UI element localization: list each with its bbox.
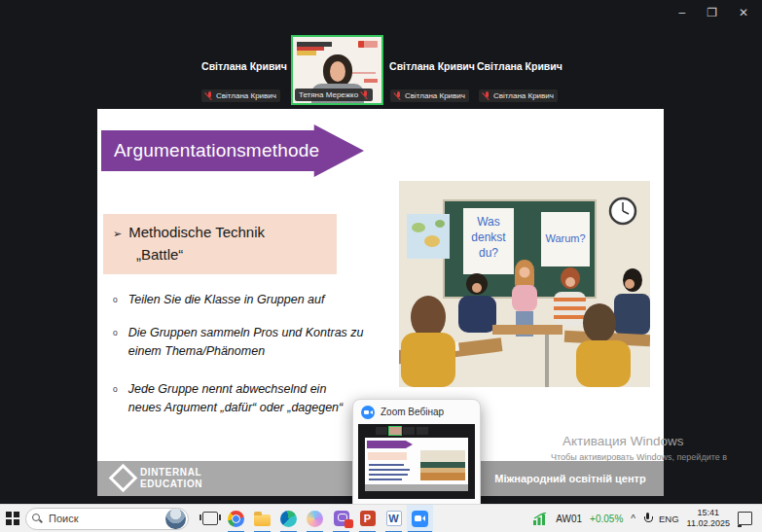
dinternal-logo-line1: DINTERNAL (140, 467, 201, 478)
preview-header: Zoom Вебінар (353, 400, 480, 424)
chrome-icon (228, 511, 244, 527)
slide-footer-right-label: Міжнародний освітній центр (477, 461, 664, 496)
dinternal-logo-icon (109, 464, 138, 493)
zoom-icon (412, 511, 428, 527)
bullet-text: Jede Gruppe nennt abwechselnd ein neues … (128, 380, 362, 417)
system-tray: AW01 +0.05% ^ ENG 15:41 11.02.2025 (533, 508, 762, 530)
task-view-icon (202, 512, 218, 525)
circle-bullet-icon: o (113, 291, 118, 309)
taskbar-search[interactable]: Поиск (25, 508, 189, 530)
participant-tile-3[interactable]: Світлана Кривич Світлана Кривич (388, 35, 476, 104)
language-indicator[interactable]: ENG (659, 514, 679, 524)
slide-heading-line2: „Battle“ (113, 244, 337, 266)
participant-chip-label: Тетяна Мережко (299, 90, 358, 99)
participant-tile-2-video[interactable]: Тетяна Мережко (291, 35, 383, 105)
windows-taskbar: Поиск P W AW01 +0.05% ^ ENG (0, 504, 762, 532)
file-explorer-icon (254, 514, 271, 526)
circle-bullet-icon: o (113, 324, 118, 361)
word-icon: W (386, 511, 402, 526)
participant-name-chip: Світлана Кривич (201, 89, 280, 102)
participant-tile-4[interactable]: Світлана Кривич Світлана Кривич (477, 35, 561, 104)
taskbar-app-edge[interactable] (275, 505, 302, 532)
slide-bullet-3: o Jede Gruppe nennt abwechselnd ein neue… (113, 380, 362, 417)
participant-name-chip: Тетяна Мережко (295, 89, 373, 101)
thumbnail-participant-strip (376, 427, 428, 435)
taskbar-app-word[interactable]: W (381, 505, 407, 532)
taskbar-app-chrome[interactable] (223, 505, 249, 532)
tray-clock[interactable]: 15:41 11.02.2025 (687, 508, 730, 530)
minimize-button[interactable]: – (678, 6, 685, 19)
copilot-icon (307, 511, 323, 527)
search-highlight-image[interactable] (165, 509, 186, 529)
search-placeholder: Поиск (49, 513, 78, 524)
slide-heading-line1: Methodische Technik (128, 224, 265, 240)
slide-heading-box: ➢Methodische Technik „Battle“ (103, 214, 337, 274)
mic-muted-icon (361, 90, 369, 99)
search-icon (32, 514, 43, 524)
poster-was-text: Was (477, 215, 500, 229)
slide-title: Argumentationsmethode (101, 140, 319, 161)
stocks-ticker[interactable]: AW01 (556, 514, 582, 524)
zoom-app-icon (361, 406, 375, 419)
slide-bullet-1: o Teilen Sie die Klasse in Gruppen auf (113, 291, 395, 309)
taskbar-app-file-explorer[interactable] (249, 505, 275, 532)
participant-name: Світлана Кривич (200, 60, 289, 72)
dinternal-logo-line2: EDUCATION (140, 479, 202, 489)
classroom-photo: Was denkst du? Warum? (399, 181, 650, 387)
participant-tile-1[interactable]: Світлана Кривич Світлана Кривич (200, 35, 289, 104)
mic-muted-icon (483, 91, 490, 100)
svg-text:denkst: denkst (471, 231, 506, 244)
svg-text:du?: du? (479, 246, 498, 260)
restore-button[interactable]: ❐ (707, 6, 717, 19)
participant-name: Світлана Кривич (388, 60, 476, 72)
zoom-window-thumbnail[interactable] (358, 424, 475, 499)
window-controls: – ❐ ✕ (678, 6, 748, 19)
windows-logo-icon (6, 512, 19, 525)
taskbar-app-powerpoint[interactable]: P (354, 505, 381, 532)
viber-icon (334, 511, 349, 526)
taskbar-apps: P W (197, 505, 433, 532)
participant-name-chip: Світлана Кривич (479, 89, 558, 102)
mic-muted-icon (205, 91, 213, 100)
bullet-text: Teilen Sie die Klasse in Gruppen auf (128, 291, 325, 309)
stocks-change[interactable]: +0.05% (590, 514, 623, 524)
stocks-widget-icon[interactable] (533, 513, 548, 525)
preview-title: Zoom Вебінар (381, 407, 444, 417)
powerpoint-icon: P (360, 511, 376, 526)
taskbar-app-viber[interactable] (328, 505, 354, 532)
task-view-button[interactable] (197, 505, 223, 532)
dinternal-logo: DINTERNAL EDUCATION (113, 467, 202, 489)
german-flag-graphic (297, 42, 332, 55)
taskbar-app-copilot[interactable] (302, 505, 328, 532)
bullet-text: Die Gruppen sammeln Pros und Kontras zu … (128, 324, 397, 361)
tray-microphone-icon[interactable] (643, 513, 651, 525)
tray-expand-caret[interactable]: ^ (631, 514, 635, 524)
arrow-bullet-icon: ➢ (113, 228, 122, 239)
zoom-taskbar-preview[interactable]: Zoom Вебінар (352, 399, 481, 505)
participant-name-chip: Світлана Кривич (390, 89, 469, 102)
close-button[interactable]: ✕ (739, 6, 748, 19)
participant-name: Світлана Кривич (477, 60, 561, 72)
start-button[interactable] (0, 505, 25, 532)
notification-center-icon[interactable] (738, 512, 752, 525)
participant-chip-label: Світлана Кривич (405, 91, 465, 100)
tray-time: 15:41 (698, 508, 720, 517)
slide-title-banner: Argumentationsmethode (101, 124, 364, 177)
thumbnail-slide (365, 438, 468, 491)
video-background-logo (358, 41, 378, 48)
poster-warum-text: Warum? (545, 232, 585, 244)
taskbar-app-zoom[interactable] (407, 505, 433, 532)
windows-activation-watermark: Активация Windows (562, 434, 683, 448)
participant-chip-label: Світлана Кривич (216, 91, 276, 100)
tray-date: 11.02.2025 (687, 518, 730, 528)
zoom-webinar-window: – ❐ ✕ Світлана Кривич Світлана Кривич Те… (0, 0, 762, 532)
slide-bullet-2: o Die Gruppen sammeln Pros und Kontras z… (113, 324, 397, 361)
circle-bullet-icon: o (113, 380, 118, 417)
edge-icon (280, 511, 297, 527)
mic-muted-icon (394, 91, 402, 100)
participant-chip-label: Світлана Кривич (493, 91, 554, 100)
